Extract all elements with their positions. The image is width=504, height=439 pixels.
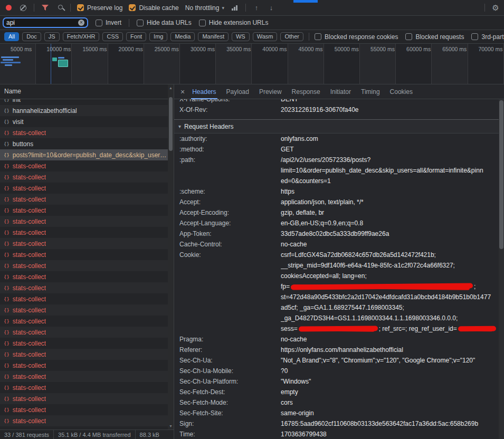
request-row[interactable]: {} visit [0,116,174,127]
request-row[interactable]: {} stats-collect [0,194,174,205]
request-row[interactable]: {} stats-collect [0,216,174,227]
script-file-icon: {} [4,252,9,257]
script-file-icon: {} [4,119,9,125]
script-file-icon: {} [4,385,9,390]
request-row[interactable]: {} stats-collect [0,271,174,282]
type-filter-pill[interactable]: WS [232,32,250,41]
request-row[interactable]: {} stats-collect [0,160,174,171]
disable-cache-checkbox[interactable]: Disable cache [129,4,178,12]
request-row[interactable]: {} stats-collect [0,227,174,238]
settings-gear-icon[interactable]: ⚙ [491,4,500,12]
type-filter-pill[interactable]: CSS [102,32,123,41]
detail-tab[interactable]: Payload [226,84,249,99]
record-button[interactable] [4,4,13,12]
scrollbar-thumb[interactable] [169,97,173,151]
extra-filter-checkbox[interactable]: 3rd-party requests [471,33,504,41]
request-row[interactable]: {} stats-collect [0,382,174,393]
preserve-log-label: Preserve log [87,4,122,12]
request-row[interactable]: {} stats-collect [0,338,174,349]
detail-scrollbar[interactable] [499,99,504,439]
extra-filter-checkbox[interactable]: Blocked response cookies [315,33,398,41]
waterfall-bar [52,58,57,61]
request-row[interactable]: {} posts?limit=10&order=publish_date_des… [0,149,174,160]
script-file-icon: {} [4,197,9,202]
request-row[interactable]: {} stats-collect [0,127,174,138]
request-row[interactable]: {} stats-collect [0,316,174,327]
header-row: :path:/api2/v2/users/20572336/posts?limi… [179,155,499,186]
script-file-icon: {} [4,108,9,113]
name-column-header[interactable]: Name [0,84,174,99]
timeline-label: 10000 ms [46,46,82,52]
preserve-log-checkbox[interactable]: Preserve log [77,4,122,12]
script-file-icon: {} [4,130,9,136]
request-row[interactable]: {} stats-collect [0,171,174,183]
type-filter-list: All Doc JS Fetch/XHR CSS Font Img Media … [4,32,303,41]
request-headers-section[interactable]: ▾ Request Headers [174,119,499,133]
type-filter-pill[interactable]: Img [149,32,167,41]
detail-tab[interactable]: Preview [259,84,282,99]
scroll-down-icon[interactable]: ▼ [169,424,173,428]
request-row[interactable]: {} stats-collect [0,393,174,404]
filter-input[interactable]: api × [3,17,88,28]
header-name: Cookie: [179,250,281,334]
hide-extension-urls-checkbox[interactable]: Hide extension URLs [199,19,269,26]
type-filter-pill[interactable]: Doc [22,32,41,41]
script-file-icon: {} [4,396,9,402]
type-filter-pill[interactable]: Wasm [253,32,278,41]
request-row[interactable]: {} stats-collect [0,205,174,216]
network-summary-bar: 33 / 381 requests 35.1 kB / 4.4 MB trans… [0,430,174,439]
extra-filter-label: Blocked requests [415,33,464,41]
request-row[interactable]: {} stats-collect [0,349,174,360]
type-filter-pill[interactable]: Manifest [198,32,229,41]
clear-log-button[interactable] [19,4,27,12]
detail-tab[interactable]: Response [292,84,320,99]
header-row: Sec-Fetch-Mode:cors [179,397,499,408]
request-row[interactable]: {} init [0,99,174,105]
clear-filter-icon[interactable]: × [78,20,84,26]
type-filter-pill[interactable]: All [4,32,19,41]
import-har-button[interactable]: ↑ [252,4,261,12]
detail-tab[interactable]: Cookies [390,84,413,99]
hide-data-urls-checkbox[interactable]: Hide data URLs [137,19,192,26]
header-row: Sign:16785:5aad9602cf110608b03133de56364… [179,418,499,429]
request-row[interactable]: {} buttons [0,138,174,149]
type-filter-pill[interactable]: JS [44,32,60,41]
throttling-dropdown[interactable]: No throttling ▾ [185,4,224,12]
request-list-scrollbar[interactable]: ▲ ▼ [168,84,174,430]
request-row[interactable]: {} stats-collect [0,238,174,249]
type-filter-pill[interactable]: Fetch/XHR [63,32,100,41]
request-row[interactable]: {} stats-collect [0,304,174,316]
request-row[interactable]: {} stats-collect [0,360,174,371]
type-filter-pill[interactable]: Other [280,32,303,41]
header-value: cors [281,397,499,408]
header-row: Sec-Ch-Ua:"Not_A Brand";v="8", "Chromium… [179,355,499,366]
network-overview-timeline[interactable]: 5000 ms10000 ms15000 ms20000 ms25000 ms3… [0,44,504,84]
request-row[interactable]: {} stats-collect [0,415,174,426]
request-row[interactable]: {} stats-collect [0,293,174,304]
request-row[interactable]: {} stats-collect [0,371,174,382]
request-row[interactable]: {} stats-collect [0,183,174,194]
request-name: stats-collect [13,240,46,247]
scroll-up-icon[interactable]: ▲ [169,86,173,90]
hide-extension-urls-label: Hide extension URLs [209,19,269,26]
invert-checkbox[interactable]: Invert [96,19,121,26]
request-row[interactable]: {} stats-collect [0,282,174,293]
scrollbar-thumb[interactable] [499,100,503,249]
request-row[interactable]: {} stats-collect [0,249,174,260]
detail-tab[interactable]: Initiator [330,84,351,99]
filter-button[interactable] [41,4,49,12]
network-conditions-button[interactable] [231,4,239,12]
type-filter-pill[interactable]: Media [170,32,195,41]
type-filter-pill[interactable]: Font [126,32,146,41]
request-row[interactable]: {} hannahelizabethofficial [0,105,174,116]
search-button[interactable] [55,4,64,12]
request-row[interactable]: {} stats-collect [0,260,174,271]
detail-tab[interactable]: Headers [192,84,216,99]
extra-filter-checkbox[interactable]: Blocked requests [405,33,464,41]
request-row[interactable]: {} stats-collect [0,404,174,415]
export-har-button[interactable]: ↓ [267,4,275,12]
detail-tab[interactable]: Timing [361,84,380,99]
close-detail-icon[interactable]: × [180,88,185,96]
script-file-icon: {} [4,274,9,280]
request-row[interactable]: {} stats-collect [0,327,174,338]
